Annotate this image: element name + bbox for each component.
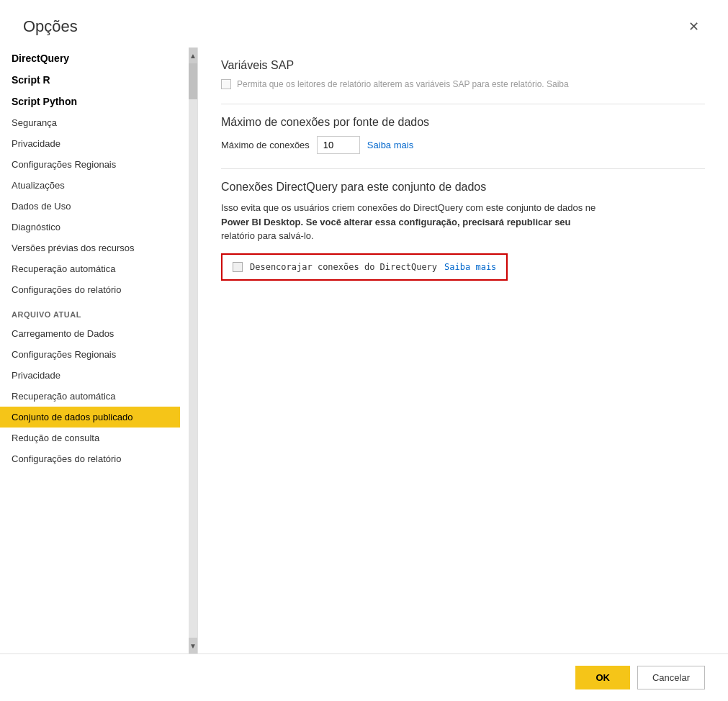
scroll-down-button[interactable]: ▼ <box>189 638 197 653</box>
connections-section: Máximo de conexões por fonte de dados Má… <box>221 116 705 154</box>
connection-row: Máximo de conexões Saiba mais <box>221 136 705 154</box>
dialog-footer: OK Cancelar <box>0 653 728 701</box>
dialog-header: Opções ✕ <box>0 0 728 36</box>
divider-2 <box>221 168 705 169</box>
connections-title: Máximo de conexões por fonte de dados <box>221 116 705 129</box>
connection-learn-more[interactable]: Saiba mais <box>367 140 413 150</box>
sidebar-item-privacidade[interactable]: Privacidade <box>0 133 180 154</box>
scroll-up-button[interactable]: ▲ <box>189 48 197 63</box>
sidebar-item-diagnostico[interactable]: Diagnóstico <box>0 217 180 238</box>
sidebar-item-reducao-consulta[interactable]: Redução de consulta <box>0 428 180 448</box>
connection-input[interactable] <box>317 136 360 154</box>
main-content: Variáveis SAP Permita que os leitores de… <box>198 48 728 653</box>
sidebar-item-atualizacoes[interactable]: Atualizações <box>0 175 180 196</box>
sidebar-item-configuracoes-regionais-atual[interactable]: Configurações Regionais <box>0 344 180 365</box>
directquery-desc: Isso evita que os usuários criem conexõe… <box>221 201 705 243</box>
connection-label: Máximo de conexões <box>221 140 310 150</box>
dialog: Opções ✕ ▲ ▼ DirectQuery Script R <box>0 0 728 701</box>
sidebar-section-label: ARQUIVO ATUAL <box>0 300 180 323</box>
sap-title: Variáveis SAP <box>221 59 705 72</box>
sidebar-item-configuracoes-relatorio[interactable]: Configurações do relatório <box>0 279 180 300</box>
cancel-button[interactable]: Cancelar <box>637 666 705 689</box>
desc-part1: Isso evita que os usuários criem conexõe… <box>221 202 596 213</box>
sidebar-item-configuracoes-relatorio-atual[interactable]: Configurações do relatório <box>0 448 180 469</box>
sidebar-inner: ▲ ▼ DirectQuery Script R Script Python S… <box>0 48 189 469</box>
sidebar: ▲ ▼ DirectQuery Script R Script Python S… <box>0 48 198 653</box>
sidebar-item-recuperacao-automatica-atual[interactable]: Recuperação automática <box>0 386 180 407</box>
sidebar-item-script-r[interactable]: Script R <box>0 69 180 91</box>
directquery-section: Conexões DirectQuery para este conjunto … <box>221 181 705 295</box>
dialog-title: Opções <box>23 17 78 36</box>
sidebar-item-dados-uso[interactable]: Dados de Uso <box>0 196 180 217</box>
sidebar-item-script-python[interactable]: Script Python <box>0 91 180 112</box>
sidebar-item-privacidade-atual[interactable]: Privacidade <box>0 365 180 386</box>
directquery-checkbox[interactable] <box>233 262 243 272</box>
sidebar-item-recuperacao-automatica[interactable]: Recuperação automática <box>0 258 180 279</box>
sap-checkbox-label: Permita que os leitores de relatório alt… <box>237 79 569 89</box>
sidebar-item-directquery[interactable]: DirectQuery <box>0 48 180 69</box>
dialog-body: ▲ ▼ DirectQuery Script R Script Python S… <box>0 48 728 653</box>
directquery-checkbox-box: Desencorajar conexões do DirectQuery Sai… <box>221 253 508 281</box>
sap-section: Variáveis SAP Permita que os leitores de… <box>221 59 705 89</box>
desc-part3: relatório para salvá-lo. <box>221 230 314 241</box>
sidebar-item-seguranca[interactable]: Segurança <box>0 112 180 133</box>
sidebar-item-conjunto-dados[interactable]: Conjunto de dados publicado <box>0 407 180 428</box>
directquery-title: Conexões DirectQuery para este conjunto … <box>221 181 705 194</box>
sidebar-item-carregamento-dados[interactable]: Carregamento de Dados <box>0 323 180 344</box>
close-button[interactable]: ✕ <box>683 17 705 36</box>
sidebar-item-versoes-previas[interactable]: Versões prévias dos recursos <box>0 238 180 258</box>
ok-button[interactable]: OK <box>575 666 630 689</box>
desc-part2: Power BI Desktop. Se você alterar essa c… <box>221 217 571 227</box>
sidebar-item-configuracoes-regionais[interactable]: Configurações Regionais <box>0 154 180 175</box>
sap-checkbox[interactable] <box>221 79 231 89</box>
divider-1 <box>221 104 705 104</box>
directquery-checkbox-text: Desencorajar conexões do DirectQuery <box>250 262 437 272</box>
directquery-learn-more[interactable]: Saiba mais <box>444 262 496 272</box>
sap-checkbox-row: Permita que os leitores de relatório alt… <box>221 79 705 89</box>
